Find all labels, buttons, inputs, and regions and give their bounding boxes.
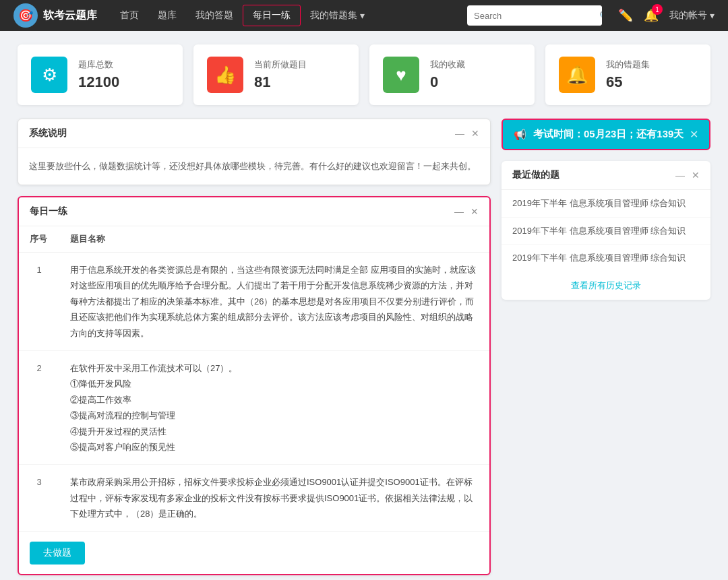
done-icon: 👍 — [207, 57, 243, 93]
system-notice-header: 系统说明 — ✕ — [18, 119, 490, 148]
stat-card-total: ⚙ 题库总数 12100 — [18, 44, 183, 105]
system-notice-title: 系统说明 — [29, 127, 67, 139]
do-questions-button[interactable]: 去做题 — [30, 542, 85, 565]
daily-practice-title: 每日一练 — [30, 205, 67, 218]
system-notice-actions: — ✕ — [455, 128, 479, 139]
recent-panel-header: 最近做的题 — ✕ — [502, 161, 710, 190]
total-value: 12100 — [78, 73, 119, 91]
nav-daily-practice[interactable]: 每日一练 — [243, 5, 301, 26]
chevron-down-icon: ▾ — [360, 10, 365, 21]
navbar-right: ✏️ 🔔 1 我的帐号 ▾ — [618, 8, 715, 23]
table-row: 3某市政府采购采用公开招标，招标文件要求投标企业必须通过ISO9001认证并提交… — [19, 465, 489, 531]
errors-icon: 🔔 — [559, 57, 595, 93]
system-notice-content: 这里要放些什么，做题数据统计等，还没想好具体放哪些模块，待完善。有什么好的建议也… — [29, 159, 479, 174]
edit-icon: ✏️ — [618, 9, 633, 22]
favorites-icon: ♥ — [383, 57, 419, 93]
stat-card-errors: 🔔 我的错题集 65 — [545, 44, 710, 105]
recent-panel-title: 最近做的题 — [512, 169, 559, 181]
table-row: 1用于信息系统开发的各类资源总是有限的，当这些有限资源无法同时满足全部 应用项目… — [19, 253, 489, 351]
daily-close-icon[interactable]: ✕ — [471, 206, 479, 217]
question-content: 某市政府采购采用公开招标，招标文件要求投标企业必须通过ISO9001认证并提交I… — [59, 465, 489, 531]
system-notice-body: 这里要放些什么，做题数据统计等，还没想好具体放哪些模块，待完善。有什么好的建议也… — [18, 148, 490, 185]
list-item[interactable]: 2019年下半年 信息系统项目管理师 综合知识 — [502, 190, 710, 218]
system-notice-panel: 系统说明 — ✕ 这里要放些什么，做题数据统计等，还没想好具体放哪些模块，待完善… — [18, 119, 491, 185]
view-all-history-link[interactable]: 查看所有历史记录 — [502, 271, 710, 300]
edit-button[interactable]: ✏️ — [618, 8, 633, 23]
nav-my-errors-dropdown[interactable]: 我的错题集 ▾ — [301, 0, 374, 31]
total-label: 题库总数 — [78, 59, 119, 71]
logo-text: 软考云题库 — [43, 9, 97, 23]
megaphone-icon: 📢 — [514, 129, 526, 141]
notification-badge: 1 — [652, 4, 663, 15]
account-chevron-icon: ▾ — [710, 10, 715, 21]
nav-my-answers[interactable]: 我的答题 — [186, 0, 243, 31]
question-number: 3 — [19, 465, 59, 531]
logo-icon: 🎯 — [13, 3, 38, 28]
question-content: 在软件开发中采用工作流技术可以（27）。 ①降低开发风险 ②提高工作效率 ③提高… — [59, 351, 489, 465]
col-title: 题目名称 — [59, 226, 489, 253]
recent-minimize-icon[interactable]: — — [675, 170, 685, 181]
favorites-label: 我的收藏 — [430, 59, 465, 71]
search-input[interactable] — [467, 11, 594, 21]
search-button[interactable]: 🔍 — [594, 5, 602, 26]
recent-items-container: 2019年下半年 信息系统项目管理师 综合知识2019年下半年 信息系统项目管理… — [502, 190, 710, 271]
search-icon: 🔍 — [599, 11, 602, 21]
table-row: 2在软件开发中采用工作流技术可以（27）。 ①降低开发风险 ②提高工作效率 ③提… — [19, 351, 489, 465]
app-logo[interactable]: 🎯 软考云题库 — [13, 3, 97, 28]
two-col-layout: 系统说明 — ✕ 这里要放些什么，做题数据统计等，还没想好具体放哪些模块，待完善… — [18, 119, 710, 580]
nav-question-bank[interactable]: 题库 — [148, 0, 186, 31]
question-number: 2 — [19, 351, 59, 465]
exam-banner-text: 考试时间：05月23日；还有139天 — [533, 128, 684, 141]
navbar: 🎯 软考云题库 首页 题库 我的答题 每日一练 我的错题集 ▾ 🔍 ✏️ 🔔 1… — [0, 0, 728, 31]
done-value: 81 — [254, 73, 307, 91]
errors-label: 我的错题集 — [606, 59, 650, 71]
notification-button[interactable]: 🔔 1 — [644, 8, 659, 23]
minimize-icon[interactable]: — — [455, 128, 464, 139]
daily-practice-panel: 每日一练 — ✕ 序号 题目名称 1用于信息系统开发的各类资源总是有限的，当这些… — [18, 196, 491, 575]
recent-close-icon[interactable]: ✕ — [692, 170, 700, 181]
list-item[interactable]: 2019年下半年 信息系统项目管理师 综合知识 — [502, 218, 710, 245]
right-column: 📢 考试时间：05月23日；还有139天 ✕ 最近做的题 — ✕ 2019年下半… — [502, 119, 710, 300]
stat-cards: ⚙ 题库总数 12100 👍 当前所做题目 81 ♥ 我的收藏 0 🔔 我的错题… — [18, 44, 710, 105]
nav-home[interactable]: 首页 — [111, 0, 148, 31]
favorites-value: 0 — [430, 73, 465, 91]
col-number: 序号 — [19, 226, 59, 253]
daily-practice-header: 每日一练 — ✕ — [19, 197, 489, 226]
total-icon: ⚙ — [31, 57, 67, 93]
left-column: 系统说明 — ✕ 这里要放些什么，做题数据统计等，还没想好具体放哪些模块，待完善… — [18, 119, 491, 580]
daily-practice-footer: 去做题 — [19, 531, 489, 574]
list-item[interactable]: 2019年下半年 信息系统项目管理师 综合知识 — [502, 245, 710, 271]
close-icon[interactable]: ✕ — [471, 128, 479, 139]
question-number: 1 — [19, 253, 59, 351]
errors-value: 65 — [606, 73, 650, 91]
stat-card-favorites: ♥ 我的收藏 0 — [369, 44, 535, 105]
question-table: 序号 题目名称 1用于信息系统开发的各类资源总是有限的，当这些有限资源无法同时满… — [19, 226, 489, 531]
main-content: ⚙ 题库总数 12100 👍 当前所做题目 81 ♥ 我的收藏 0 🔔 我的错题… — [7, 31, 721, 580]
daily-practice-actions: — ✕ — [454, 206, 479, 217]
navbar-links: 首页 题库 我的答题 每日一练 我的错题集 ▾ — [111, 0, 467, 31]
account-menu[interactable]: 我的帐号 ▾ — [669, 9, 715, 22]
daily-minimize-icon[interactable]: — — [454, 206, 464, 217]
recent-panel: 最近做的题 — ✕ 2019年下半年 信息系统项目管理师 综合知识2019年下半… — [502, 161, 710, 300]
exam-banner-close[interactable]: ✕ — [690, 128, 698, 141]
exam-banner: 📢 考试时间：05月23日；还有139天 ✕ — [502, 119, 710, 150]
question-content: 用于信息系统开发的各类资源总是有限的，当这些有限资源无法同时满足全部 应用项目的… — [59, 253, 489, 351]
search-box: 🔍 — [467, 5, 602, 26]
done-label: 当前所做题目 — [254, 59, 307, 71]
stat-card-done: 👍 当前所做题目 81 — [193, 44, 359, 105]
